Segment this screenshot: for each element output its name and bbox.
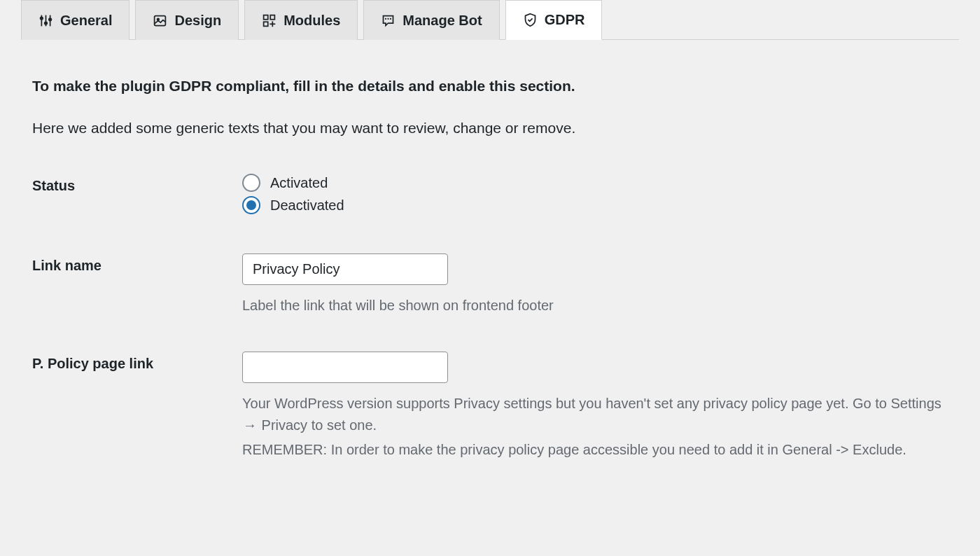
arrow-right-icon: → bbox=[242, 415, 258, 436]
policy-link-input[interactable] bbox=[242, 352, 448, 383]
tab-label: GDPR bbox=[545, 12, 585, 28]
shield-check-icon bbox=[523, 13, 538, 27]
link-name-input[interactable] bbox=[242, 253, 448, 285]
chat-icon bbox=[381, 13, 396, 28]
settings-tabs: General Design Modules Manage Bot GDPR bbox=[21, 0, 959, 40]
tab-manage-bot[interactable]: Manage Bot bbox=[363, 0, 499, 40]
grid-add-icon bbox=[262, 13, 276, 28]
radio-activated-label: Activated bbox=[270, 175, 328, 191]
tab-label: Design bbox=[174, 13, 221, 29]
help-policy-link: Your WordPress version supports Privacy … bbox=[242, 393, 948, 461]
label-policy-link: P. Policy page link bbox=[32, 352, 242, 372]
help-policy-1a: Your WordPress version supports Privacy … bbox=[242, 396, 941, 411]
row-link-name: Link name Label the link that will be sh… bbox=[32, 253, 948, 317]
radio-deactivated[interactable] bbox=[242, 196, 260, 214]
help-policy-1b: Privacy to set one. bbox=[258, 417, 377, 433]
row-status: Status Activated Deactivated bbox=[32, 174, 948, 218]
svg-point-5 bbox=[49, 18, 52, 21]
intro-line1: To make the plugin GDPR compliant, fill … bbox=[32, 75, 948, 97]
image-icon bbox=[153, 13, 167, 28]
gdpr-panel: To make the plugin GDPR compliant, fill … bbox=[21, 40, 959, 485]
intro-line2: Here we added some generic texts that yo… bbox=[32, 117, 948, 139]
radio-activated[interactable] bbox=[242, 174, 260, 192]
intro-text: To make the plugin GDPR compliant, fill … bbox=[32, 75, 948, 139]
label-status: Status bbox=[32, 174, 242, 194]
radio-deactivated-label: Deactivated bbox=[270, 197, 344, 214]
tab-design[interactable]: Design bbox=[135, 0, 239, 40]
svg-point-4 bbox=[45, 22, 48, 25]
help-policy-2: REMEMBER: In order to make the privacy p… bbox=[242, 439, 948, 461]
sliders-icon bbox=[38, 13, 53, 28]
tab-label: Modules bbox=[284, 13, 340, 29]
tab-label: General bbox=[60, 13, 112, 29]
tab-label: Manage Bot bbox=[402, 13, 482, 29]
svg-rect-9 bbox=[270, 15, 274, 19]
row-policy-link: P. Policy page link Your WordPress versi… bbox=[32, 352, 948, 464]
tab-gdpr[interactable]: GDPR bbox=[505, 0, 603, 40]
help-link-name: Label the link that will be shown on fro… bbox=[242, 295, 948, 317]
tab-modules[interactable]: Modules bbox=[244, 0, 358, 40]
svg-rect-10 bbox=[264, 22, 268, 26]
tab-general[interactable]: General bbox=[21, 0, 130, 40]
svg-point-3 bbox=[41, 17, 43, 20]
label-link-name: Link name bbox=[32, 253, 242, 274]
svg-rect-8 bbox=[264, 15, 268, 19]
